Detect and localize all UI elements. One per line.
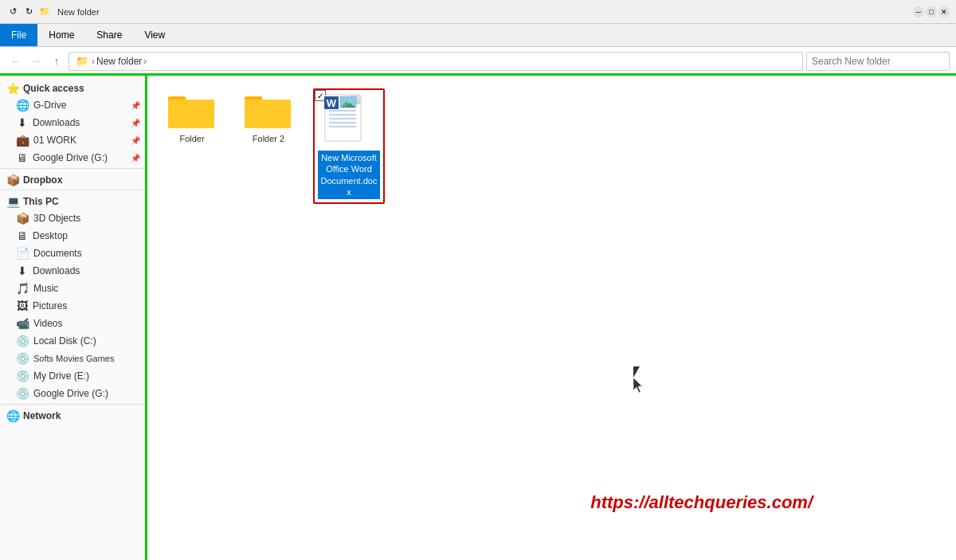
work-icon: 💼: [16, 134, 29, 147]
close-button[interactable]: ✕: [938, 6, 950, 18]
gdrive-icon: 🌐: [16, 99, 29, 112]
sidebar-desktop-label: Desktop: [33, 230, 140, 241]
path-chevron-1: ›: [92, 56, 95, 67]
tab-view[interactable]: View: [133, 24, 176, 46]
folder-label-2: Folder 2: [253, 133, 284, 144]
address-path[interactable]: 📁 › New folder ›: [69, 52, 803, 71]
back-button[interactable]: ←: [6, 53, 24, 70]
sidebar-quick-access[interactable]: ⭐ Quick access: [0, 79, 147, 96]
sidebar-this-pc[interactable]: 💻 This PC: [0, 192, 147, 210]
sidebar-googledrive2-label: Google Drive (G:): [33, 388, 140, 399]
sidebar-item-documents[interactable]: 📄 Documents: [0, 245, 147, 262]
sidebar-item-downloads[interactable]: ⬇ Downloads 📌: [0, 114, 147, 131]
sidebar-network[interactable]: 🌐 Network: [0, 406, 147, 424]
tab-home[interactable]: Home: [37, 24, 85, 46]
folder-icon-2: [245, 92, 292, 130]
localdisk-icon: 💿: [16, 335, 29, 347]
sidebar-item-desktop[interactable]: 🖥 Desktop: [0, 227, 147, 245]
pin-icon-work: 📌: [131, 136, 140, 145]
forward-button[interactable]: →: [27, 53, 45, 70]
sidebar-item-music[interactable]: 🎵 Music: [0, 280, 147, 297]
sidebar-item-work[interactable]: 💼 01 WORK 📌: [0, 131, 147, 149]
word-doc-item[interactable]: ✓: [313, 88, 385, 204]
sidebar-work-label: 01 WORK: [33, 135, 127, 146]
sidebar: ⭐ Quick access 🌐 G-Drive 📌 ⬇ Downloads 📌…: [0, 76, 147, 560]
folder-icon: 📁: [38, 6, 51, 18]
watermark: https://alltechqueries.com/: [590, 492, 813, 513]
minimize-button[interactable]: ─: [913, 6, 924, 18]
network-label: Network: [23, 410, 61, 421]
desktop-icon: 🖥: [16, 229, 29, 242]
main-layout: ⭐ Quick access 🌐 G-Drive 📌 ⬇ Downloads 📌…: [0, 76, 956, 560]
divider-3: [0, 404, 147, 405]
this-pc-icon: 💻: [6, 195, 20, 208]
videos-icon: 📹: [16, 317, 29, 330]
redo-icon[interactable]: ↻: [22, 6, 35, 18]
pictures-icon: 🖼: [16, 300, 29, 312]
pin-icon-googledrive: 📌: [131, 154, 140, 163]
sidebar-softsmovies-label: Softs Movies Games: [33, 354, 140, 363]
mydrive-icon: 💿: [16, 370, 29, 382]
svg-marker-20: [633, 378, 642, 393]
sidebar-gdrive-label: G-Drive: [33, 100, 127, 111]
divider-2: [0, 190, 147, 190]
svg-rect-5: [245, 100, 291, 128]
sidebar-documents-label: Documents: [33, 248, 140, 259]
pin-icon-downloads: 📌: [131, 119, 140, 127]
sidebar-item-videos[interactable]: 📹 Videos: [0, 315, 147, 332]
googledrive2-icon: 💿: [16, 387, 29, 400]
sidebar-localdisk-label: Local Disk (C:): [33, 335, 140, 347]
title-bar: ↺ ↻ 📁 New folder ─ □ ✕: [0, 0, 956, 24]
quick-access-star-icon: ⭐: [6, 82, 20, 95]
softsmovies-icon: 💿: [16, 352, 29, 365]
search-input[interactable]: [806, 52, 950, 71]
content-area: Folder Folder 2 ✓: [147, 76, 956, 560]
pin-icon-gdrive: 📌: [131, 101, 140, 110]
sidebar-music-label: Music: [33, 283, 140, 294]
sidebar-downloads-label: Downloads: [33, 117, 127, 128]
sidebar-item-3dobjects[interactable]: 📦 3D Objects: [0, 210, 147, 227]
music-icon: 🎵: [16, 282, 29, 295]
tab-share[interactable]: Share: [85, 24, 133, 46]
sidebar-3dobjects-label: 3D Objects: [33, 213, 140, 224]
undo-icon[interactable]: ↺: [6, 6, 19, 18]
sidebar-item-downloads2[interactable]: ⬇ Downloads: [0, 262, 147, 280]
sidebar-item-gdrive[interactable]: 🌐 G-Drive 📌: [0, 96, 147, 114]
folder-item-1[interactable]: Folder: [160, 88, 224, 204]
cursor: [633, 366, 646, 382]
ribbon: File Home Share View: [0, 24, 956, 47]
svg-rect-2: [168, 100, 214, 128]
googledrive-icon: 🖥: [16, 151, 29, 164]
sidebar-item-mydrive[interactable]: 💿 My Drive (E:): [0, 367, 147, 385]
sidebar-item-localdisk[interactable]: 💿 Local Disk (C:): [0, 332, 147, 350]
network-icon: 🌐: [6, 409, 20, 422]
this-pc-label: This PC: [23, 196, 59, 207]
documents-icon: 📄: [16, 247, 29, 260]
downloads2-icon: ⬇: [16, 264, 29, 277]
word-doc-icon: W: [321, 93, 377, 151]
dropbox-label: Dropbox: [23, 174, 62, 186]
window-controls: ─ □ ✕: [913, 6, 950, 18]
tab-file[interactable]: File: [0, 24, 37, 46]
sidebar-item-softsmovies[interactable]: 💿 Softs Movies Games: [0, 350, 147, 367]
sidebar-item-pictures[interactable]: 🖼 Pictures: [0, 297, 147, 315]
word-doc-label: New Microsoft Office Word Document.docx: [318, 151, 380, 199]
title-bar-title: New folder: [57, 7, 100, 17]
address-bar: ← → ↑ 📁 › New folder ›: [0, 47, 956, 76]
path-folder-icon: 📁: [76, 55, 88, 67]
sidebar-downloads2-label: Downloads: [33, 265, 140, 276]
path-text: New folder: [96, 56, 142, 67]
folder-item-2[interactable]: Folder 2: [237, 88, 300, 204]
sidebar-item-googledrive[interactable]: 🖥 Google Drive (G:) 📌: [0, 149, 147, 166]
maximize-button[interactable]: □: [926, 6, 937, 18]
dropbox-icon: 📦: [6, 174, 20, 186]
3dobjects-icon: 📦: [16, 212, 29, 225]
folder-icon-1: [168, 92, 216, 130]
title-bar-icons: ↺ ↻ 📁 New folder: [6, 6, 100, 18]
divider-1: [0, 168, 147, 169]
sidebar-item-googledrive2[interactable]: 💿 Google Drive (G:): [0, 385, 147, 402]
folder-label-1: Folder: [179, 133, 204, 144]
sidebar-dropbox[interactable]: 📦 Dropbox: [0, 170, 147, 188]
up-button[interactable]: ↑: [48, 53, 65, 70]
downloads-icon: ⬇: [16, 116, 29, 129]
